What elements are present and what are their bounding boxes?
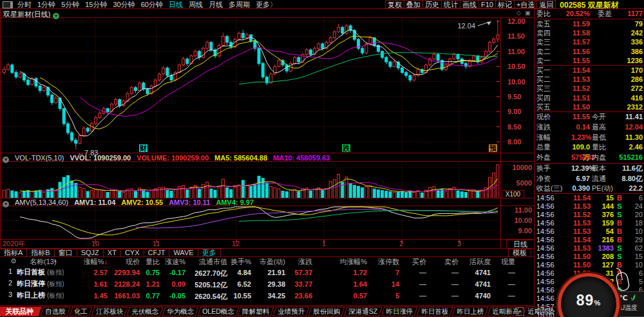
nav-tab-label: 华为概念 — [167, 307, 194, 315]
chart-title: 双星新材(日线)▾ — [3, 10, 59, 19]
row-name[interactable]: 昨日涨停(板指) — [17, 279, 64, 289]
indicator-tab-SQJZ[interactable]: SQJZ — [77, 249, 104, 257]
amv-pane-header: ▾AMV(5,13,34,60)AMV1: 11.04AMV2: 10.55AM… — [3, 198, 260, 207]
event-marker-财[interactable]: 财 — [139, 144, 147, 152]
col-name-header[interactable]: 名称(13) — [30, 257, 57, 267]
volume-unit-box: X100 — [502, 190, 524, 198]
row-name[interactable]: 昨日首板(板指) — [17, 267, 64, 277]
nav-tab-OLED概念[interactable]: OLED概念 — [197, 307, 238, 316]
svg-text:1: 1 — [322, 240, 326, 247]
amv-indicator-name[interactable]: AMV(5,13,34,60) — [15, 198, 68, 206]
svg-text:8.50: 8.50 — [507, 123, 521, 131]
nav-tab-label: 深港通SZ — [348, 307, 377, 315]
col-header-涨跌[interactable]: 涨跌 — [267, 257, 312, 267]
nav-tab-label: 江苏板块 — [96, 307, 123, 315]
svg-text:10.50: 10.50 — [507, 62, 526, 70]
table-row[interactable]: 1昨日首板(板指)2.572293.940.75-0.172627.70亿4.8… — [0, 267, 535, 279]
nav-tab-label: 股份回购 — [313, 307, 340, 315]
gauge-percent: 89 — [576, 292, 594, 309]
nav-tab-自选股[interactable]: 自选股 — [41, 307, 70, 316]
row-cell: — — [470, 292, 515, 300]
nav-tab-光伏概念[interactable]: 光伏概念 — [126, 307, 163, 316]
nav-tab-昨日涨停[interactable]: 昨日涨停 — [381, 307, 418, 316]
event-marker-预[interactable]: 预 — [489, 144, 497, 152]
nav-tab-label: 昨日上榜 — [457, 307, 484, 315]
nav-tab-label: 化工 — [74, 307, 88, 315]
table-header: ⚙名称(13)•涨幅%↓现价量比涨速%流通市值换手%市盈(动)涨跌均涨幅%涨停数… — [0, 257, 535, 267]
vvol-value: VVOL: 1090259.00 — [70, 154, 131, 162]
row-rank: 1 — [5, 267, 15, 275]
indicator-tab-指标B[interactable]: 指标B — [26, 249, 54, 257]
indicator-tab-更多[interactable]: 更多 — [198, 249, 221, 257]
svg-text:10: 10 — [91, 240, 99, 247]
svg-text:11.50: 11.50 — [507, 32, 525, 40]
chevron-down-icon[interactable]: ▾ — [53, 13, 59, 19]
nav-tab-label: OLED概念 — [202, 307, 234, 315]
row-name-suffix: (板指) — [47, 280, 64, 287]
indicator-tab-CYX[interactable]: CYX — [120, 249, 144, 257]
leaf-icon — [630, 294, 636, 301]
amv3-value: AMV3: 10.11 — [169, 198, 210, 206]
row-cell: — — [470, 269, 515, 276]
row-cell: 33.77 — [267, 280, 312, 288]
nav-tab-昨日首板[interactable]: 昨日首板 — [417, 307, 453, 316]
col-header-涨速%[interactable]: 涨速% — [140, 257, 185, 267]
indicator-tab-XT[interactable]: XT — [103, 249, 121, 257]
svg-text:9.00: 9.00 — [507, 108, 521, 115]
svg-text:12.04: 12.04 — [457, 22, 475, 30]
collapse-icon[interactable]: ▾ — [3, 157, 9, 163]
amv4-value: AMV4: 9.97 — [216, 198, 254, 206]
collapse-icon[interactable]: ▾ — [3, 201, 9, 207]
svg-text:10000: 10000 — [512, 164, 532, 171]
nav-tab-label: 降解塑料 — [242, 307, 269, 315]
nav-tab-近期弱势[interactable]: 近期弱势 — [523, 307, 560, 316]
row-name[interactable]: 昨日上榜(板指) — [17, 291, 64, 300]
gauge-percent-sign: % — [594, 299, 601, 307]
indicator-tab-窗口[interactable]: 窗口 — [54, 249, 77, 257]
amv1-value: AMV1: 11.04 — [74, 198, 115, 206]
gear-icon[interactable]: ⚙ — [10, 257, 17, 265]
nav-tab-label: 关联品种 — [5, 307, 33, 315]
svg-text:11.00: 11.00 — [507, 48, 525, 55]
svg-text:10.00: 10.00 — [507, 78, 526, 86]
row-cell: 0.09 — [140, 280, 185, 288]
svg-text:9.50: 9.50 — [507, 93, 521, 101]
nav-tab-label: 昨日涨停 — [386, 307, 413, 315]
nav-tab-关联品种[interactable]: 关联品种 — [0, 307, 41, 316]
nav-tab-华为概念[interactable]: 华为概念 — [162, 307, 198, 316]
nav-tab-深港通SZ[interactable]: 深港通SZ — [344, 307, 383, 316]
chart-title-label: 双星新材(日线) — [3, 10, 50, 18]
trading-terminal: 12.0011.5011.0010.5010.009.509.008.508.0… — [0, 0, 644, 317]
col-header-现量[interactable]: 现量 — [470, 257, 515, 267]
svg-text:5000: 5000 — [516, 179, 532, 187]
table-row[interactable]: 3昨日上榜(板指)1.451661.030.77-0.052620.54亿10.… — [0, 291, 535, 302]
svg-text:2020年: 2020年 — [3, 240, 25, 247]
svg-text:12: 12 — [232, 240, 240, 247]
event-marker-跌[interactable]: 跌 — [342, 144, 350, 152]
table-row[interactable]: 2昨日涨停(板指)1.612128.241.210.095205.12亿6.52… — [0, 279, 535, 291]
row-name-suffix: (板指) — [47, 269, 64, 276]
svg-text:12.00: 12.00 — [507, 17, 526, 25]
indicator-tab-指标A[interactable]: 指标A — [0, 249, 27, 257]
nav-tab-label: 昨日首板 — [421, 307, 448, 315]
nav-tab-业绩预升[interactable]: 业绩预升 — [273, 307, 310, 316]
nav-tab-降解塑料[interactable]: 降解塑料 — [238, 307, 274, 316]
svg-text:↓: ↓ — [74, 144, 77, 151]
nav-tab-label: 近期弱势 — [527, 307, 554, 315]
nav-tab-label: 近期新高 — [492, 307, 519, 315]
indicator-tab-CFJT[interactable]: CFJT — [144, 249, 170, 257]
nav-tab-江苏板块[interactable]: 江苏板块 — [91, 307, 128, 316]
quote-table: ⚙名称(13)•涨幅%↓现价量比涨速%流通市值换手%市盈(动)涨跌均涨幅%涨停数… — [0, 257, 535, 305]
vol-ma10-value: MA10: 458059.63 — [273, 154, 330, 162]
template-button[interactable]: 模板 — [508, 249, 531, 257]
svg-text:10.00: 10.00 — [514, 216, 532, 224]
nav-tab-昨日上榜[interactable]: 昨日上榜 — [452, 307, 489, 316]
nav-tab-化工[interactable]: 化工 — [69, 307, 92, 316]
nav-dropdown-icon[interactable]: ▼ — [516, 307, 524, 316]
period-axis-box[interactable]: 日线 — [506, 240, 535, 249]
vol-indicator-name[interactable]: VOL-TDX(5,10) — [15, 154, 64, 162]
row-rank: 2 — [5, 279, 15, 287]
indicator-tabs: 指标A指标B窗口SQJZXTCYXCFJTWAVE更多 — [0, 249, 535, 257]
nav-tab-股份回购[interactable]: 股份回购 — [308, 307, 345, 316]
indicator-tab-WAVE[interactable]: WAVE — [169, 249, 198, 257]
